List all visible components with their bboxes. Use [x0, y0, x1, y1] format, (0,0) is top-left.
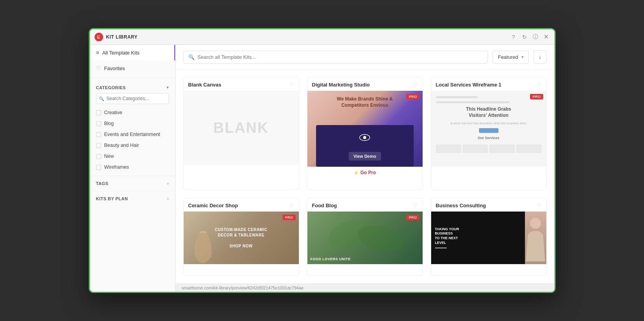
blank-canvas-title: Blank Canvas: [188, 82, 221, 88]
template-card-local-services[interactable]: Local Services Wireframe 1 ♡ PRO This He…: [431, 77, 547, 190]
kits-by-plan-section[interactable]: KITS BY PLAN ›: [90, 191, 175, 206]
lsw-grid-cell-3: [490, 145, 515, 153]
food-blog-title: Food Blog: [312, 203, 337, 208]
categories-section: CATEGORIES ▾ 🔍 Creative Blog: [90, 79, 175, 176]
business-consulting-thumb: PRO Taking YourBusinessTo The NextLevel: [431, 212, 546, 264]
beauty-checkbox[interactable]: [96, 143, 101, 148]
sidebar-all-kits-label: All Template Kits: [102, 50, 140, 56]
sidebar-favorites-label: Favorites: [104, 65, 125, 71]
local-services-label: Our Services: [436, 136, 542, 140]
wireframes-label: Wireframes: [104, 164, 129, 170]
blog-label: Blog: [104, 121, 114, 126]
main-layout: ≡ All Template Kits ♡ Favorites CATEGORI…: [90, 45, 555, 292]
sort-dropdown-arrow-icon: ▾: [521, 55, 524, 60]
events-label: Events and Entertainment: [104, 132, 160, 137]
logo-letter: E: [97, 35, 100, 39]
category-item-new[interactable]: New: [96, 151, 169, 162]
tags-section[interactable]: TAGS ›: [90, 176, 175, 191]
category-item-creative[interactable]: Creative: [96, 107, 169, 118]
categories-chevron-icon: ▾: [167, 85, 169, 90]
help-icon[interactable]: ?: [510, 34, 517, 41]
local-services-thumb: PRO This Headline GrabsVisitors' Attenti…: [431, 91, 546, 167]
title-bar: E KIT LIBRARY ? ↻ ⓘ ✕: [90, 29, 555, 45]
blank-canvas-heart-icon[interactable]: ♡: [289, 81, 294, 88]
digital-marketing-header: Digital Marketing Studio ♡: [307, 78, 423, 91]
window-title: KIT LIBRARY: [106, 34, 510, 40]
refresh-icon[interactable]: ↻: [521, 34, 528, 41]
events-checkbox[interactable]: [96, 132, 101, 137]
lsw-grid-cell-2: [463, 145, 488, 153]
business-consulting-heart-icon[interactable]: ♡: [537, 202, 542, 208]
lsw-grid-cell-1: [436, 145, 461, 153]
creative-checkbox[interactable]: [96, 110, 101, 115]
lsw-grid-cell-4: [516, 145, 542, 153]
lsw-line-1: [436, 96, 478, 98]
ceramic-decor-header: Ceramic Decor Shop ♡: [184, 198, 299, 212]
tags-title: TAGS: [96, 181, 109, 186]
business-consulting-header: Business Consulting ♡: [431, 198, 546, 212]
blank-canvas-thumb: BLANK: [184, 91, 299, 165]
new-label: New: [104, 153, 114, 159]
url-text: smarthome.com/kit-library/preview/6242d5…: [182, 286, 304, 290]
local-services-pro-badge: PRO: [530, 94, 543, 99]
digital-marketing-tagline: We Make Brands Shine &Competitors Enviou…: [307, 96, 423, 108]
food-blog-header: Food Blog ♡: [307, 198, 423, 212]
blog-checkbox[interactable]: [96, 121, 101, 126]
info-icon[interactable]: ⓘ: [532, 34, 539, 41]
ceramic-decor-text: Custom-Made CeramicDecor & TablewareShop…: [215, 227, 267, 249]
template-card-ceramic-decor[interactable]: Ceramic Decor Shop ♡ PRO Custom-Made Cer…: [183, 198, 299, 276]
ceramic-decor-title: Ceramic Decor Shop: [188, 203, 238, 208]
creative-label: Creative: [104, 110, 123, 115]
search-categories-input[interactable]: [96, 93, 169, 104]
template-card-business-consulting[interactable]: Business Consulting ♡ PRO Taking YourBus…: [431, 198, 547, 276]
sort-dropdown[interactable]: Featured ▾: [493, 51, 528, 63]
categories-search-container: 🔍: [96, 93, 169, 104]
view-demo-button[interactable]: View Demo: [349, 152, 381, 160]
url-bar: smarthome.com/kit-library/preview/6242d5…: [175, 284, 555, 292]
food-blog-heart-icon[interactable]: ♡: [413, 202, 418, 208]
go-pro-icon: ⚡: [354, 171, 358, 175]
digital-marketing-thumb: PRO We Make Brands Shine &Competitors En…: [307, 91, 423, 167]
digital-marketing-dark-box: View Demo: [316, 125, 414, 167]
sort-label: Featured: [498, 54, 518, 60]
category-item-events[interactable]: Events and Entertainment: [96, 129, 169, 140]
templates-grid: Blank Canvas ♡ BLANK Digital Marketing S…: [175, 69, 555, 284]
close-icon[interactable]: ✕: [543, 34, 550, 41]
digital-marketing-heart-icon[interactable]: ♡: [413, 81, 418, 88]
local-services-heart-icon[interactable]: ♡: [537, 81, 542, 88]
business-consulting-right: [525, 212, 546, 264]
heart-icon: ♡: [96, 65, 101, 71]
digital-marketing-go-pro-button[interactable]: ⚡ Go Pro: [354, 170, 376, 175]
search-bar[interactable]: 🔍: [183, 51, 488, 63]
search-input[interactable]: [198, 54, 483, 60]
new-checkbox[interactable]: [96, 154, 101, 159]
blank-canvas-header: Blank Canvas ♡: [184, 78, 299, 91]
local-services-title: Local Services Wireframe 1: [436, 82, 502, 88]
digital-marketing-footer: ⚡ Go Pro: [307, 167, 423, 178]
category-item-wireframes[interactable]: Wireframes: [96, 162, 169, 173]
app-window: E KIT LIBRARY ? ↻ ⓘ ✕ ≡ All Template Kit…: [89, 28, 556, 293]
business-consulting-text: Taking YourBusinessTo The NextLevel: [435, 227, 521, 245]
blank-canvas-text: BLANK: [213, 120, 269, 136]
ceramic-decor-heart-icon[interactable]: ♡: [289, 202, 294, 208]
sidebar-item-favorites[interactable]: ♡ Favorites: [90, 60, 175, 76]
local-services-header: Local Services Wireframe 1 ♡: [431, 78, 546, 91]
category-item-blog[interactable]: Blog: [96, 118, 169, 129]
food-blog-thumb: PRO Food Lovers Unite: [307, 212, 423, 264]
template-card-blank-canvas[interactable]: Blank Canvas ♡ BLANK: [183, 77, 299, 190]
sidebar-item-all-template-kits[interactable]: ≡ All Template Kits: [90, 45, 175, 60]
categories-header[interactable]: CATEGORIES ▾: [96, 85, 169, 90]
business-consulting-divider: [435, 247, 447, 249]
wireframes-checkbox[interactable]: [96, 165, 101, 170]
ceramic-decor-pro-badge: PRO: [283, 215, 295, 220]
sidebar: ≡ All Template Kits ♡ Favorites CATEGORI…: [90, 45, 175, 292]
download-sort-button[interactable]: ↓: [533, 50, 547, 63]
lsw-line-2: [436, 101, 510, 103]
svg-point-5: [530, 218, 541, 229]
categories-list: Creative Blog Events and Entertainment B…: [96, 107, 169, 173]
template-card-food-blog[interactable]: Food Blog ♡ PRO Food Lovers Unite: [307, 198, 423, 276]
digital-marketing-title: Digital Marketing Studio: [312, 82, 370, 88]
download-icon: ↓: [539, 54, 541, 60]
template-card-digital-marketing[interactable]: Digital Marketing Studio ♡ PRO We Make B…: [307, 77, 423, 190]
category-item-beauty[interactable]: Beauty and Hair: [96, 140, 169, 151]
